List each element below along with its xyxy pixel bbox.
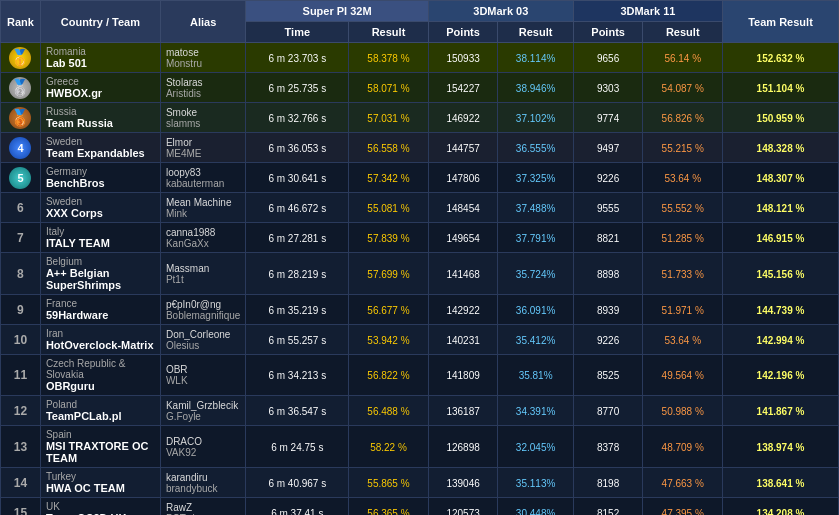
alias-cell: karandirubrandybuck — [160, 468, 246, 498]
rank-cell: 15 — [1, 498, 41, 516]
m11-points-header: Points — [573, 22, 643, 43]
team-result-cell: 134.208 % — [723, 498, 839, 516]
spi-result-cell: 57.839 % — [349, 223, 429, 253]
alias-cell: p€pIn0r@ngBoblemagnifique — [160, 295, 246, 325]
m11-points-cell: 9226 — [573, 163, 643, 193]
spi-result-cell: 56.558 % — [349, 133, 429, 163]
spi-time-header: Time — [246, 22, 349, 43]
m11-result-cell: 55.215 % — [643, 133, 723, 163]
spi-result-cell: 56.677 % — [349, 295, 429, 325]
m11-points-cell: 8378 — [573, 426, 643, 468]
m03-result-cell: 35.412% — [498, 325, 573, 355]
rank-cell: 🥈 — [1, 73, 41, 103]
spi-time-cell: 6 m 36.053 s — [246, 133, 349, 163]
m03-points-cell: 142922 — [428, 295, 498, 325]
spi-time-cell: 6 m 25.735 s — [246, 73, 349, 103]
m11-result-cell: 55.552 % — [643, 193, 723, 223]
m03-points-cell: 148454 — [428, 193, 498, 223]
alias-cell: DRACOVAK92 — [160, 426, 246, 468]
m03-result-cell: 37.325% — [498, 163, 573, 193]
spi-time-cell: 6 m 23.703 s — [246, 43, 349, 73]
m11-points-cell: 9497 — [573, 133, 643, 163]
m11-points-cell: 8898 — [573, 253, 643, 295]
alias-cell: Smokeslamms — [160, 103, 246, 133]
team-result-cell: 142.994 % — [723, 325, 839, 355]
team-result-cell: 145.156 % — [723, 253, 839, 295]
m03-result-cell: 37.791% — [498, 223, 573, 253]
spi-time-cell: 6 m 34.213 s — [246, 355, 349, 396]
rank-cell: 🥇 — [1, 43, 41, 73]
alias-cell: MassmanPt1t — [160, 253, 246, 295]
m11-result-cell: 53.64 % — [643, 163, 723, 193]
3dmark11-header: 3DMark 11 — [573, 1, 722, 22]
m03-points-cell: 154227 — [428, 73, 498, 103]
team-result-cell: 141.867 % — [723, 396, 839, 426]
super-pi-header: Super PI 32M — [246, 1, 428, 22]
m11-points-cell: 8939 — [573, 295, 643, 325]
team-result-cell: 148.307 % — [723, 163, 839, 193]
m11-points-cell: 9303 — [573, 73, 643, 103]
m03-points-cell: 141809 — [428, 355, 498, 396]
team-result-cell: 142.196 % — [723, 355, 839, 396]
spi-result-header: Result — [349, 22, 429, 43]
country-team-cell: RussiaTeam Russia — [40, 103, 160, 133]
m03-result-cell: 38.114% — [498, 43, 573, 73]
spi-time-cell: 6 m 55.257 s — [246, 325, 349, 355]
m03-points-cell: 120573 — [428, 498, 498, 516]
spi-result-cell: 55.081 % — [349, 193, 429, 223]
spi-time-cell: 6 m 36.547 s — [246, 396, 349, 426]
team-result-cell: 150.959 % — [723, 103, 839, 133]
spi-time-cell: 6 m 27.281 s — [246, 223, 349, 253]
spi-result-cell: 56.822 % — [349, 355, 429, 396]
team-result-cell: 138.974 % — [723, 426, 839, 468]
m03-result-cell: 30.448% — [498, 498, 573, 516]
rank-cell: 4 — [1, 133, 41, 163]
spi-time-cell: 6 m 37.41 s — [246, 498, 349, 516]
spi-time-cell: 6 m 28.219 s — [246, 253, 349, 295]
country-team-cell: TurkeyHWA OC TEAM — [40, 468, 160, 498]
spi-result-cell: 58.071 % — [349, 73, 429, 103]
m03-result-header: Result — [498, 22, 573, 43]
country-team-cell: GermanyBenchBros — [40, 163, 160, 193]
team-result-cell: 148.121 % — [723, 193, 839, 223]
m11-result-cell: 51.971 % — [643, 295, 723, 325]
m03-points-cell: 140231 — [428, 325, 498, 355]
m03-points-cell: 150933 — [428, 43, 498, 73]
alias-cell: Don_CorleoneOlesius — [160, 325, 246, 355]
rank-cell: 13 — [1, 426, 41, 468]
rank-cell: 9 — [1, 295, 41, 325]
results-table: Rank Country / Team Alias Super PI 32M 3… — [0, 0, 839, 515]
m03-result-cell: 34.391% — [498, 396, 573, 426]
m11-result-cell: 50.988 % — [643, 396, 723, 426]
m03-points-header: Points — [428, 22, 498, 43]
m03-result-cell: 35.81% — [498, 355, 573, 396]
m11-result-header: Result — [643, 22, 723, 43]
team-result-header: Team Result — [723, 1, 839, 43]
3dmark03-header: 3DMark 03 — [428, 1, 573, 22]
spi-result-cell: 56.488 % — [349, 396, 429, 426]
m03-points-cell: 139046 — [428, 468, 498, 498]
team-result-cell: 144.739 % — [723, 295, 839, 325]
m11-result-cell: 56.826 % — [643, 103, 723, 133]
m11-result-cell: 47.395 % — [643, 498, 723, 516]
team-result-cell: 138.641 % — [723, 468, 839, 498]
m03-result-cell: 37.102% — [498, 103, 573, 133]
m11-result-cell: 51.733 % — [643, 253, 723, 295]
alias-cell: canna1988KanGaXx — [160, 223, 246, 253]
country-team-cell: Czech Republic & SlovakiaOBRguru — [40, 355, 160, 396]
m03-result-cell: 38.946% — [498, 73, 573, 103]
alias-cell: Mean MachineMink — [160, 193, 246, 223]
spi-time-cell: 6 m 30.641 s — [246, 163, 349, 193]
spi-time-cell: 6 m 32.766 s — [246, 103, 349, 133]
team-result-cell: 152.632 % — [723, 43, 839, 73]
spi-result-cell: 55.865 % — [349, 468, 429, 498]
rank-cell: 14 — [1, 468, 41, 498]
rank-cell: 🥉 — [1, 103, 41, 133]
m11-result-cell: 54.087 % — [643, 73, 723, 103]
spi-time-cell: 6 m 40.967 s — [246, 468, 349, 498]
m11-result-cell: 53.64 % — [643, 325, 723, 355]
alias-cell: OBRWLK — [160, 355, 246, 396]
country-team-cell: SpainMSI TRAXTORE OC TEAM — [40, 426, 160, 468]
rank-cell: 7 — [1, 223, 41, 253]
team-result-cell: 146.915 % — [723, 223, 839, 253]
